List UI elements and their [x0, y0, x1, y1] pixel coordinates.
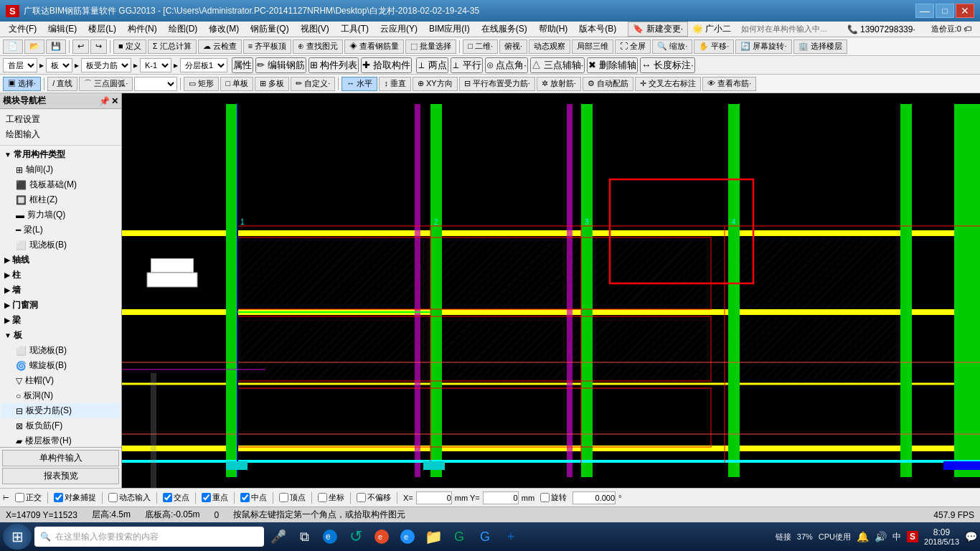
view-type-btn[interactable]: 俯视· [499, 39, 527, 54]
assistant-btn[interactable]: 🌟 广小二 [688, 22, 735, 36]
cloud-check-btn[interactable]: ☁ 云检查 [198, 39, 242, 54]
nav-item-cap[interactable]: ▽ 柱帽(V) [1, 373, 120, 388]
snap-object[interactable]: 对象捕捉 [51, 491, 99, 504]
nav-item-raft[interactable]: ⬛ 筏板基础(M) [1, 177, 120, 192]
menu-file[interactable]: 文件(F) [3, 22, 42, 37]
select-floor-btn[interactable]: 🏢 选择楼层 [793, 39, 847, 54]
browser3-icon[interactable]: e [370, 525, 393, 548]
nav-item-strip[interactable]: ▰ 楼层板带(H) [1, 433, 120, 447]
snap-center[interactable]: 中点 [237, 491, 270, 504]
member-list-btn[interactable]: ⊞ 构件列表 [308, 57, 359, 73]
edge-icon[interactable]: e [319, 525, 341, 548]
new-change-btn[interactable]: 🔖 新建变更· [628, 22, 688, 37]
new-btn[interactable]: 📄 [3, 39, 23, 54]
menu-draw[interactable]: 绘图(D) [163, 22, 204, 37]
app3-icon[interactable]: + [499, 525, 522, 548]
nav-item-shear-wall[interactable]: ▬ 剪力墙(Q) [1, 207, 120, 222]
2d-btn[interactable]: □ 二维· [463, 39, 498, 54]
nav-section-beam[interactable]: 梁 [1, 313, 120, 328]
ie-icon[interactable]: e [396, 525, 419, 548]
notification-btn[interactable]: 💬 [965, 531, 977, 542]
sum-calc-btn[interactable]: Σ 汇总计算 [148, 39, 197, 54]
xy-dir-btn[interactable]: ⊕ XY方向 [413, 77, 458, 91]
intersection-checkbox[interactable] [163, 493, 172, 502]
parallel-lay-btn[interactable]: ⊟ 平行布置受力筋· [459, 77, 535, 91]
local-3d-btn[interactable]: 局部三维 [572, 39, 613, 54]
snap-nooffset[interactable]: 不偏移 [354, 491, 394, 504]
app2-icon[interactable]: G [473, 525, 496, 548]
menu-modify[interactable]: 修改(M) [203, 22, 245, 37]
midpoint-checkbox[interactable] [202, 493, 211, 502]
nav-section-slab[interactable]: 板 [1, 328, 120, 343]
nav-item-neg-rebar[interactable]: ⊠ 板负筋(F) [1, 418, 120, 433]
menu-view[interactable]: 视图(V) [295, 22, 335, 37]
division-select[interactable]: 分层板1 [180, 58, 227, 72]
x-input[interactable] [416, 491, 452, 504]
undo-btn[interactable]: ↩ [72, 39, 89, 54]
dynamic-view-btn[interactable]: 动态观察 [529, 39, 570, 54]
pan-btn[interactable]: ✋ 平移· [694, 39, 734, 54]
zoom-out-btn[interactable]: 🔍 缩放· [652, 39, 692, 54]
volume-icon[interactable]: 🔊 [875, 531, 887, 542]
coord-checkbox[interactable] [318, 493, 327, 502]
select-btn[interactable]: ▣ 选择· [3, 77, 41, 91]
vertical-btn[interactable]: ↕ 垂直 [379, 77, 411, 91]
snap-coord[interactable]: 坐标 [315, 491, 347, 504]
orthogonal-checkbox[interactable] [15, 493, 24, 502]
panel-pin-btn[interactable]: 📌 [99, 96, 110, 106]
snap-intersection[interactable]: 交点 [160, 491, 192, 504]
two-point-btn[interactable]: ⊥ 两点 [416, 57, 448, 73]
start-button[interactable]: ⊞ [3, 524, 32, 550]
menu-tools[interactable]: 工具(T) [335, 22, 374, 37]
point-angle-btn[interactable]: ⊙ 点点角· [485, 57, 528, 73]
nav-item-spiral[interactable]: 🌀 螺旋板(B) [1, 358, 120, 373]
snap-dynamic[interactable]: 动态输入 [105, 491, 154, 504]
nooffset-checkbox[interactable] [357, 493, 366, 502]
nav-item-hole[interactable]: ○ 板洞(N) [1, 388, 120, 403]
snap-endpoint[interactable]: 顶点 [276, 491, 308, 504]
menu-rebar-qty[interactable]: 钢筋量(Q) [245, 22, 294, 37]
report-btn[interactable]: 报表预览 [2, 468, 119, 484]
object-snap-checkbox[interactable] [54, 493, 63, 502]
menu-online[interactable]: 在线服务(S) [476, 22, 533, 37]
nav-item-col[interactable]: 🔲 框柱(Z) [1, 192, 120, 207]
snap-midpoint[interactable]: 重点 [199, 491, 231, 504]
center-checkbox[interactable] [240, 493, 250, 502]
menu-bim[interactable]: BIM应用(I) [423, 22, 476, 37]
menu-version[interactable]: 版本号(B) [573, 22, 622, 37]
menu-floor[interactable]: 楼层(L) [83, 22, 122, 37]
shape-select[interactable] [134, 77, 177, 91]
dynamic-input-checkbox[interactable] [108, 493, 118, 502]
project-setup-item[interactable]: 工程设置 [3, 112, 118, 127]
nav-item-castslab2[interactable]: ⬜ 现浇板(B) [1, 343, 120, 358]
nav-item-slab-rebar[interactable]: ⊟ 板受力筋(S) [1, 403, 120, 418]
del-axis-btn[interactable]: ✖ 删除辅轴 [587, 57, 638, 73]
level-select[interactable]: K-1 [140, 58, 171, 72]
menu-cloud[interactable]: 云应用(Y) [374, 22, 423, 37]
app1-icon[interactable]: G [448, 525, 471, 548]
canvas-area[interactable]: 1 2 3 4 [122, 93, 980, 488]
single-slab-btn[interactable]: □ 单板 [220, 77, 253, 91]
folder-icon[interactable]: 📁 [422, 525, 445, 548]
drawing-input-item[interactable]: 绘图输入 [3, 127, 118, 142]
lang-indicator[interactable]: 中 [892, 531, 901, 543]
edit-rebar-btn[interactable]: ✏ 编辑钢筋 [255, 57, 306, 73]
clock[interactable]: 8:09 2018/5/13 [924, 527, 959, 546]
y-input[interactable] [483, 491, 519, 504]
browser2-icon[interactable]: ↺ [344, 525, 367, 548]
nav-section-wall[interactable]: 墙 [1, 283, 120, 298]
type-select[interactable]: 板 [46, 58, 72, 72]
horizontal-btn[interactable]: ↔ 水平 [341, 77, 377, 91]
snap-orthogonal[interactable]: 正交 [12, 491, 44, 504]
menu-help[interactable]: 帮助(H) [533, 22, 574, 37]
panel-close-btn[interactable]: ✕ [111, 96, 118, 106]
single-member-btn[interactable]: 单构件输入 [2, 450, 119, 466]
nav-item-castslab[interactable]: ⬜ 现浇板(B) [1, 237, 120, 253]
save-btn[interactable]: 💾 [46, 39, 66, 54]
nav-section-axis[interactable]: 轴线 [1, 253, 120, 268]
nav-section-common[interactable]: 常用构件类型 [1, 147, 120, 162]
rect-btn[interactable]: ▭ 矩形 [184, 77, 219, 91]
menu-member[interactable]: 构件(N) [122, 22, 163, 37]
view-layout-btn[interactable]: 👁 查看布筋· [702, 77, 756, 91]
nav-item-beam[interactable]: ━ 梁(L) [1, 222, 120, 237]
